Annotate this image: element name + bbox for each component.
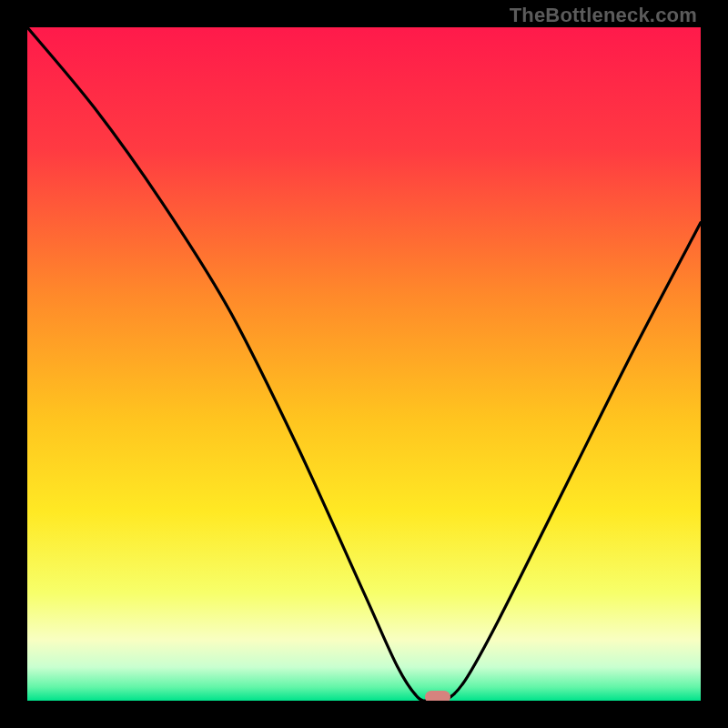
plot-area xyxy=(27,27,701,701)
chart-frame: TheBottleneck.com xyxy=(0,0,728,728)
minimum-marker xyxy=(425,691,450,701)
watermark-text: TheBottleneck.com xyxy=(510,4,697,27)
bottleneck-curve xyxy=(27,27,701,701)
